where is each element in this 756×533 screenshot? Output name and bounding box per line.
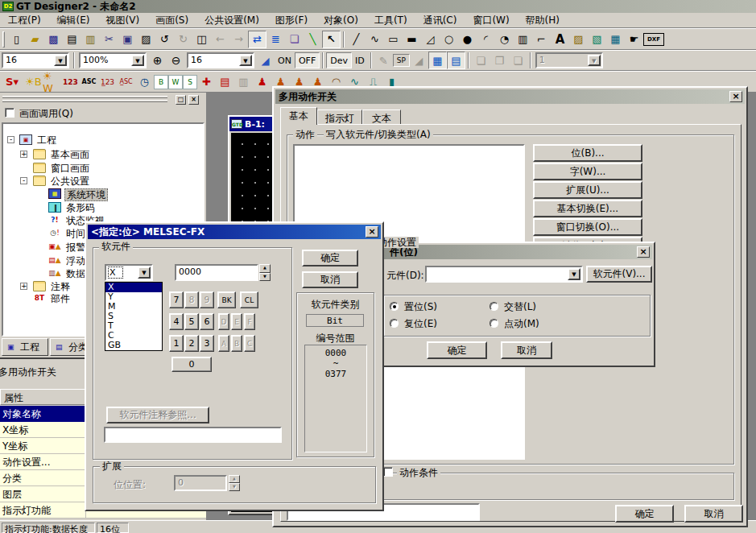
layer-stack-icon[interactable]: ❏ xyxy=(285,31,304,48)
both-layer-icon[interactable]: ❏ xyxy=(509,52,527,69)
dialog-titlebar[interactable]: 多用动作开关 xyxy=(275,89,745,104)
new-icon[interactable]: ▯ xyxy=(7,31,26,48)
key-0[interactable]: 0 xyxy=(171,357,212,372)
ok-button[interactable]: 确定 xyxy=(615,505,674,523)
front-layer-icon[interactable]: ❏ xyxy=(472,52,490,69)
toolbar-grip[interactable] xyxy=(2,31,5,48)
device-view-icon[interactable]: ▤ xyxy=(447,52,465,69)
menu-window[interactable]: 窗口(W) xyxy=(465,14,517,27)
dock-grip[interactable] xyxy=(2,100,167,102)
fill-color-icon[interactable]: ◢ xyxy=(256,52,275,69)
key-b[interactable]: B xyxy=(231,335,242,352)
lamp-word-icon[interactable]: ☀W xyxy=(43,73,61,91)
menu-screen[interactable]: 画面(S) xyxy=(147,14,196,27)
device-combo[interactable]: ▼ xyxy=(425,266,583,283)
snap-combo[interactable]: 16 ▼ xyxy=(187,52,254,68)
switch-icon[interactable]: S▾ xyxy=(0,73,24,91)
arc-tool-icon[interactable]: ◜ xyxy=(477,31,495,48)
alarm-history-icon[interactable]: ✚ xyxy=(197,73,216,91)
sp-button[interactable]: SP xyxy=(393,54,410,67)
chevron-down-icon[interactable]: ▼ xyxy=(138,266,151,279)
tree-item-common-settings[interactable]: - 公共设置 xyxy=(3,175,203,188)
menu-common[interactable]: 公共设置(M) xyxy=(196,14,267,27)
alarm-list-icon[interactable]: ▤ xyxy=(216,73,234,91)
device-comment-field[interactable] xyxy=(104,427,282,443)
list-item[interactable]: X xyxy=(105,283,162,292)
key-c[interactable]: C xyxy=(244,335,255,352)
bit-position-input[interactable]: 0 xyxy=(174,475,227,491)
menu-project[interactable]: 工程(P) xyxy=(0,14,49,27)
action-condition-checkbox[interactable] xyxy=(383,467,393,477)
off-button[interactable]: OFF xyxy=(295,52,320,68)
key-5[interactable]: 5 xyxy=(184,313,199,330)
momentary-radio[interactable] xyxy=(490,319,498,328)
ok-button[interactable]: 确定 xyxy=(302,250,358,266)
key-7[interactable]: 7 xyxy=(169,291,184,308)
key-d[interactable]: D xyxy=(218,313,229,330)
panel-tool-icon[interactable]: ▦ xyxy=(606,31,625,48)
undo-icon[interactable]: ↺ xyxy=(155,31,174,48)
rect-tool-icon[interactable]: ▭ xyxy=(384,31,403,48)
menu-edit[interactable]: 编辑(E) xyxy=(49,14,98,27)
numeric-display-icon[interactable]: 123 xyxy=(61,73,80,91)
device-number-spinner[interactable]: ▲▼ xyxy=(259,264,271,281)
key-4[interactable]: 4 xyxy=(169,313,184,330)
menu-view[interactable]: 视图(V) xyxy=(98,14,148,27)
tree-item-barcode[interactable]: ||| 条形码 xyxy=(3,201,203,214)
zoom-combo[interactable]: 100% ▼ xyxy=(79,52,147,68)
window-switch-button[interactable]: 窗口切换(O)... xyxy=(533,218,642,236)
list-item[interactable]: GB xyxy=(105,341,162,350)
polygon-tool-icon[interactable]: ◿ xyxy=(421,31,440,48)
tab-project[interactable]: ▣ 工程 xyxy=(2,338,48,356)
back-layer-icon[interactable]: ❐ xyxy=(490,52,509,69)
chevron-down-icon[interactable]: ▼ xyxy=(239,55,252,66)
reset-radio[interactable] xyxy=(390,319,399,328)
key-e[interactable]: E xyxy=(231,313,242,330)
tree-item-project[interactable]: - ▣ 工程 xyxy=(3,134,203,147)
preview-icon[interactable]: ◫ xyxy=(192,31,211,48)
key-2[interactable]: 2 xyxy=(184,335,199,352)
device-comment-button[interactable]: 软元件注释参照... xyxy=(106,407,209,424)
device-button[interactable]: 软元件(V)... xyxy=(586,266,652,283)
close-icon[interactable]: × xyxy=(366,226,378,238)
menu-tools[interactable]: 工具(T) xyxy=(366,14,415,27)
expand-icon[interactable]: + xyxy=(20,151,27,158)
main-titlebar[interactable]: D2 GT Designer2 - 未命名2 xyxy=(0,0,756,13)
paste-icon[interactable]: ▨ xyxy=(137,31,155,48)
word-button[interactable]: 字(W)... xyxy=(533,163,642,180)
object-id-view-icon[interactable]: ▦ xyxy=(428,52,447,69)
key-8[interactable]: 8 xyxy=(184,291,199,308)
line-tool-icon[interactable]: ╱ xyxy=(347,31,366,48)
tab-lamp[interactable]: 指示灯 xyxy=(317,109,362,125)
id-button[interactable]: ID xyxy=(352,52,368,68)
text-tool-icon[interactable]: A xyxy=(551,31,569,48)
copy-icon[interactable]: ▣ xyxy=(118,31,137,48)
dev-button[interactable]: Dev xyxy=(326,52,352,68)
scale-tool-icon[interactable]: ▥ xyxy=(514,31,532,48)
dock-float-button[interactable]: □ xyxy=(176,95,186,105)
lamp-bit-icon[interactable]: ☀B xyxy=(24,73,43,91)
chevron-down-icon[interactable]: ▼ xyxy=(54,55,67,66)
dock-grip[interactable] xyxy=(2,96,167,98)
comment-word-icon[interactable]: W xyxy=(168,75,183,89)
pattern-fill-icon[interactable]: ◢ xyxy=(410,52,428,69)
dialog-titlebar[interactable]: <指定:位> MELSEC-FX xyxy=(88,225,381,239)
ok-button[interactable]: 确定 xyxy=(427,341,487,359)
key-9[interactable]: 9 xyxy=(200,291,214,308)
open-icon[interactable]: ▰ xyxy=(26,31,44,48)
set-radio[interactable] xyxy=(390,302,399,311)
screen-call-checkbox[interactable] xyxy=(5,108,14,118)
bit-position-spinner[interactable]: ▲▼ xyxy=(229,475,240,491)
redo-icon[interactable]: ↻ xyxy=(174,31,192,48)
line-style-icon[interactable]: ✎ xyxy=(374,52,393,69)
tab-text[interactable]: 文本 xyxy=(362,109,401,125)
key-f[interactable]: F xyxy=(244,313,255,330)
clock-display-icon[interactable]: ◷ xyxy=(135,73,154,91)
back-icon[interactable]: ← xyxy=(211,31,229,48)
layer-combo[interactable]: 1 ▼ xyxy=(535,52,603,68)
save-icon[interactable]: ▩ xyxy=(44,31,63,48)
dock-close-button[interactable]: × xyxy=(188,95,199,105)
device-type-list[interactable]: X Y M S T C GB xyxy=(105,282,163,351)
cancel-button[interactable]: 取消 xyxy=(501,341,552,359)
on-button[interactable]: ON xyxy=(275,52,295,68)
